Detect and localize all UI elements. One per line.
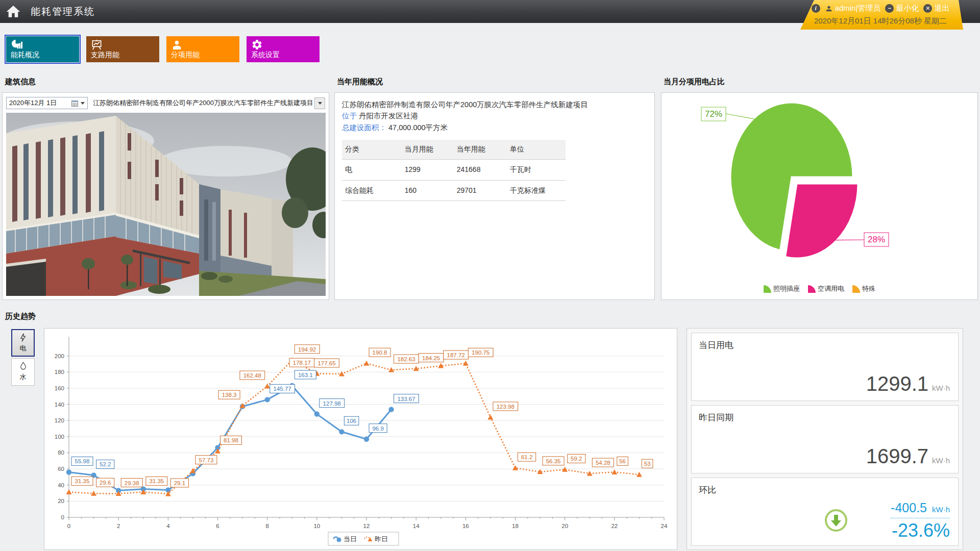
card-title: 当日用电 [699,339,733,351]
building-panel: 2020年12月 1日 江苏朗佑精密部件制造有限公司年产2000万膜次汽车零部件… [2,92,329,300]
section-title-pie: 当月分项用电占比 [664,77,725,87]
section-title-annual: 当年用能概况 [337,77,383,87]
svg-text:昨日: 昨日 [375,535,388,543]
svg-text:12: 12 [363,523,370,529]
home-icon[interactable] [5,4,21,20]
svg-text:55.98: 55.98 [75,458,90,464]
svg-text:0: 0 [67,523,70,529]
card-yesterday-usage: 昨日同期 1699.7 kW·h [691,405,959,473]
svg-text:29.6: 29.6 [100,480,111,486]
svg-text:72%: 72% [705,109,722,119]
trend-panel: 0204060801001201401601802000246810121416… [44,328,677,550]
svg-text:180: 180 [55,369,64,375]
table-row: 综合能耗160 29701千克标准煤 [342,180,566,201]
nav-branch-energy[interactable]: 支路用能 [86,36,159,62]
svg-text:133.67: 133.67 [397,396,415,402]
svg-text:53: 53 [644,461,651,467]
chevron-down-icon [81,102,85,105]
svg-text:20: 20 [561,523,568,529]
svg-text:106: 106 [347,418,356,424]
svg-text:190.8: 190.8 [373,349,387,356]
svg-text:28%: 28% [868,235,885,244]
annual-panel: 江苏朗佑精密部件制造有限公司年产2000万膜次汽车零部件生产线新建项目 位于 丹… [334,92,655,300]
nav-system-settings[interactable]: 系统设置 [247,36,320,62]
svg-text:120: 120 [55,417,64,423]
legend-swatch-icon [764,285,771,293]
table-row: 电1299 241668千瓦时 [342,160,566,181]
user-label: admin|管理员 [825,4,881,13]
svg-text:0: 0 [61,514,64,520]
gear-icon [251,39,263,51]
svg-text:40: 40 [58,482,64,488]
svg-text:127.98: 127.98 [323,400,341,407]
nav-energy-overview[interactable]: 能耗概况 [6,36,79,62]
svg-text:187.72: 187.72 [447,352,465,358]
svg-text:138.3: 138.3 [222,392,237,398]
minimize-icon: − [885,4,894,13]
svg-text:60: 60 [58,466,64,472]
building-photo [6,113,326,296]
project-name: 江苏朗佑精密部件制造有限公司年产2000万膜次汽车零部件生产线新建项目 [342,99,647,110]
svg-text:24: 24 [661,523,668,529]
svg-text:200: 200 [55,353,64,359]
svg-text:194.92: 194.92 [298,346,316,353]
today-usage-value: 1299.1 [866,372,928,395]
svg-text:6: 6 [216,523,219,529]
svg-text:160: 160 [55,385,64,391]
date-picker[interactable]: 2020年12月 1日 [6,97,88,109]
unit-label: kW·h [932,384,950,392]
user-banner: i admin|管理员 − 最小化 ✕ 退出 2020年12月01日 14时26… [796,0,965,30]
svg-text:4: 4 [166,523,170,529]
svg-text:81.98: 81.98 [224,437,238,443]
svg-text:14: 14 [413,523,420,529]
nav-subitem-energy[interactable]: 分项用能 [166,36,239,62]
svg-text:123.98: 123.98 [497,404,514,410]
unit-label: kW·h [932,456,950,465]
trend-chart: 0204060801001201401601802000246810121416… [44,329,677,549]
legend-item-lighting: 照明插座 [764,284,800,293]
svg-text:59.2: 59.2 [571,456,582,462]
svg-text:8: 8 [265,523,268,529]
svg-text:56.35: 56.35 [546,458,561,464]
select-arrow-button[interactable] [314,97,325,109]
legend-swatch-icon [808,285,816,293]
svg-text:29.38: 29.38 [125,480,139,486]
svg-text:54.28: 54.28 [596,460,610,466]
project-location: 位于 丹阳市开发区社港 [342,110,647,121]
svg-text:52.2: 52.2 [100,461,111,467]
legend-item-hvac: 空调用电 [808,284,844,293]
svg-text:10: 10 [313,523,320,529]
svg-text:190.75: 190.75 [472,349,489,356]
yesterday-usage-value: 1699.7 [866,445,928,468]
svg-text:61.2: 61.2 [521,454,532,460]
section-title-trend: 历史趋势 [5,312,36,321]
building-select[interactable]: 江苏朗佑精密部件制造有限公司年产2000万膜次汽车零部件生产线新建项目 [93,97,325,109]
main-nav: 能耗概况 支路用能 分项用能 系统设置 [6,36,320,62]
svg-text:当日: 当日 [344,535,357,543]
ring-ratio-value: -400.5 [891,500,927,515]
toggle-water[interactable]: 水 [11,358,35,386]
svg-text:31.35: 31.35 [75,478,90,484]
summary-panel: 当日用电 1299.1 kW·h 昨日同期 1699.7 kW·h 环比 -40… [687,328,963,550]
ring-ratio-percent: -23.6% [891,520,950,541]
toggle-electricity[interactable]: 电 [11,329,35,357]
svg-text:100: 100 [55,434,64,440]
unit-label: kW·h [932,505,950,514]
app-title: 能耗管理系统 [31,5,95,18]
info-icon[interactable]: i [812,4,820,13]
svg-text:184.25: 184.25 [422,355,440,361]
svg-text:18: 18 [512,523,519,529]
svg-text:16: 16 [462,523,469,529]
legend-swatch-icon [852,285,860,293]
pie-legend: 照明插座 空调用电 特殊 [662,284,977,293]
person-icon [171,39,183,51]
svg-text:182.63: 182.63 [397,356,415,362]
arrow-down-circle-icon [824,509,848,532]
minimize-button[interactable]: − 最小化 [885,4,919,13]
svg-text:177.65: 177.65 [317,360,335,366]
logout-button[interactable]: ✕ 退出 [923,4,949,13]
svg-text:2: 2 [117,523,120,529]
svg-text:57.73: 57.73 [199,457,214,463]
svg-text:22: 22 [611,523,618,529]
easel-chart-icon [91,39,103,51]
